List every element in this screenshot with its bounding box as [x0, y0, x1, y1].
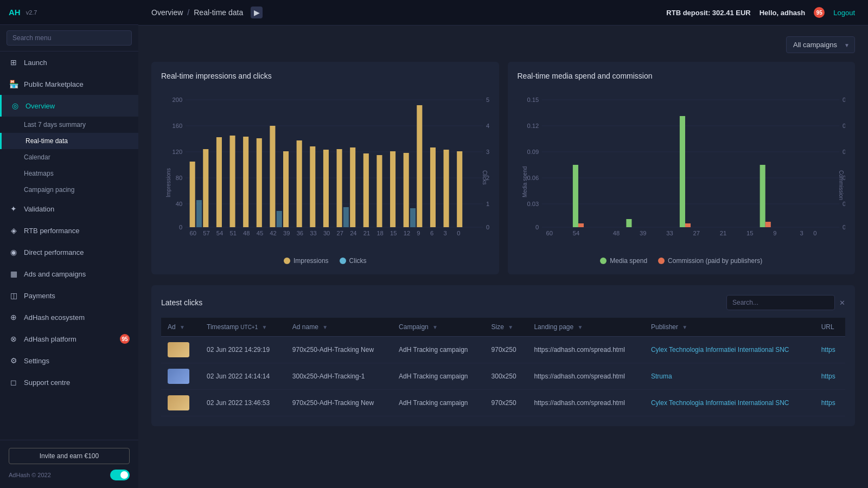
table-search-input[interactable] [726, 295, 835, 310]
table-title: Latest clicks [161, 298, 202, 307]
platform-icon: ⊗ [9, 334, 18, 344]
cell-ad-name: 970x250-AdH-Tracking New [286, 337, 392, 363]
impressions-chart-legend: Impressions Clicks [161, 257, 489, 265]
spend-chart-legend: Media spend Commission (paid by publishe… [518, 257, 846, 265]
col-landing-page[interactable]: Landing page ▼ [527, 318, 644, 337]
svg-text:15: 15 [390, 230, 397, 236]
svg-text:18: 18 [376, 230, 384, 236]
svg-text:48: 48 [612, 230, 620, 236]
cell-size: 970x250 [485, 337, 528, 363]
ad-thumbnail [168, 342, 189, 357]
sidebar-item-settings[interactable]: ⚙ Settings [0, 350, 138, 371]
play-button[interactable]: ▶ [251, 7, 263, 18]
svg-text:0: 0 [457, 230, 460, 236]
sidebar-item-overview[interactable]: ◎ Overview [0, 95, 138, 117]
svg-text:6: 6 [430, 230, 433, 236]
ads-icon: ▦ [9, 269, 18, 279]
url-link[interactable]: https [821, 373, 835, 380]
svg-rect-29 [337, 149, 342, 227]
url-link[interactable]: https [821, 399, 835, 407]
sidebar-item-payments[interactable]: ◫ Payments [0, 285, 138, 306]
svg-text:0: 0 [535, 224, 538, 230]
table-row: 02 Jun 2022 13:46:53 970x250-AdH-Trackin… [161, 390, 845, 416]
search-input[interactable] [7, 30, 132, 46]
svg-rect-34 [404, 153, 409, 227]
svg-rect-19 [203, 149, 208, 227]
sidebar-subitem-campaign-pacing[interactable]: Campaign pacing [0, 182, 138, 198]
svg-text:60: 60 [546, 230, 553, 236]
svg-text:3: 3 [800, 230, 803, 236]
sidebar-item-label: RTB performance [24, 227, 79, 235]
url-link[interactable]: https [821, 346, 835, 354]
sidebar-item-label: Payments [24, 292, 55, 300]
legend-media-spend: Media spend [600, 257, 647, 265]
table-body: 02 Jun 2022 14:29:19 970x250-AdH-Trackin… [161, 337, 845, 416]
col-campaign[interactable]: Campaign ▼ [392, 318, 484, 337]
theme-toggle[interactable] [110, 470, 130, 480]
sidebar-subitem-last7days[interactable]: Last 7 days summary [0, 117, 138, 133]
svg-text:15: 15 [746, 230, 754, 236]
col-timestamp[interactable]: Timestamp UTC+1 ▼ [200, 318, 286, 337]
sidebar-subitem-realtime[interactable]: Real-time data [0, 133, 138, 149]
launch-icon: ⊞ [9, 57, 18, 67]
svg-text:12: 12 [404, 230, 411, 236]
publisher-link[interactable]: Cylex Technologia Informatiei Internatio… [651, 399, 789, 407]
cell-publisher[interactable]: Cylex Technologia Informatiei Internatio… [644, 337, 815, 363]
sidebar-item-label: Direct performance [24, 248, 84, 256]
commission-legend-dot [658, 258, 665, 264]
sidebar-item-rtb-performance[interactable]: ◈ RTB performance [0, 220, 138, 241]
svg-text:3: 3 [486, 149, 489, 155]
breadcrumb-separator: / [187, 8, 189, 17]
table-row: 02 Jun 2022 14:14:14 300x250-AdH-Trackin… [161, 363, 845, 390]
table-search-clear[interactable]: ✕ [839, 299, 845, 307]
cell-landing-page: https://adhash.com/spread.html [527, 363, 644, 390]
sidebar-subitem-calendar[interactable]: Calendar [0, 149, 138, 165]
sidebar-item-direct-performance[interactable]: ◉ Direct performance [0, 241, 138, 263]
svg-text:33: 33 [310, 230, 317, 236]
col-url[interactable]: URL [815, 318, 845, 337]
cell-url[interactable]: https [815, 363, 845, 390]
svg-text:0.15: 0.15 [527, 97, 539, 103]
breadcrumb-current: Real-time data [194, 8, 243, 17]
topbar-right: RTB deposit: 302.41 EUR Hello, adhash 95… [666, 7, 855, 18]
col-ad[interactable]: Ad ▼ [161, 318, 200, 337]
col-size[interactable]: Size ▼ [485, 318, 528, 337]
cell-campaign: AdH Tracking campaign [392, 337, 484, 363]
svg-text:51: 51 [229, 230, 237, 236]
svg-text:48: 48 [243, 230, 250, 236]
notification-badge[interactable]: 95 [814, 7, 825, 18]
sidebar-item-ads-campaigns[interactable]: ▦ Ads and campaigns [0, 263, 138, 285]
cell-url[interactable]: https [815, 390, 845, 416]
col-publisher[interactable]: Publisher ▼ [644, 318, 815, 337]
col-ad-name[interactable]: Ad name ▼ [286, 318, 392, 337]
media-spend-legend-dot [600, 258, 607, 264]
svg-rect-40 [277, 211, 282, 227]
publisher-link[interactable]: Cylex Technologia Informatiei Internatio… [651, 346, 789, 354]
sidebar-header: AH v2.7 [0, 0, 138, 25]
svg-rect-21 [229, 136, 235, 227]
search-box[interactable] [0, 25, 138, 52]
sidebar-item-label: Validation [24, 205, 54, 213]
svg-text:24: 24 [350, 230, 357, 236]
campaign-select[interactable]: All campaigns [786, 36, 855, 53]
cell-ad-name: 970x250-AdH-Tracking New [286, 390, 392, 416]
svg-rect-33 [390, 151, 395, 227]
cell-publisher[interactable]: Cylex Technologia Informatiei Internatio… [644, 390, 815, 416]
sidebar-subitem-heatmaps[interactable]: Heatmaps [0, 165, 138, 182]
cell-url[interactable]: https [815, 337, 845, 363]
campaign-selector-row: All campaigns [151, 36, 855, 53]
sidebar-item-platform[interactable]: ⊗ AdHash platform 95 [0, 328, 138, 350]
sidebar-item-launch[interactable]: ⊞ Launch [0, 52, 138, 73]
svg-text:60: 60 [190, 230, 197, 236]
publisher-link[interactable]: Struma [651, 373, 672, 380]
svg-rect-37 [444, 150, 449, 227]
invite-button[interactable]: Invite and earn €100 [9, 448, 130, 464]
sidebar-item-support[interactable]: ◻ Support centre [0, 371, 138, 393]
sidebar-item-public-marketplace[interactable]: 🏪 Public Marketplace [0, 73, 138, 95]
logout-button[interactable]: Logout [833, 9, 855, 17]
sidebar-item-ecosystem[interactable]: ⊕ AdHash ecosystem [0, 306, 138, 328]
sidebar-item-validation[interactable]: ✦ Validation [0, 198, 138, 220]
svg-text:33: 33 [666, 230, 673, 236]
svg-text:Clicks: Clicks [482, 170, 489, 185]
cell-publisher[interactable]: Struma [644, 363, 815, 390]
